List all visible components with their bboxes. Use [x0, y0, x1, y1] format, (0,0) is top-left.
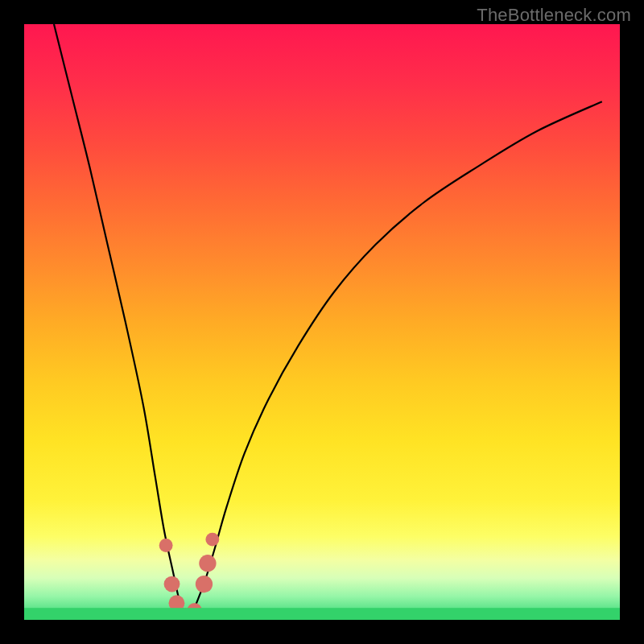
curve-marker — [199, 555, 216, 572]
curve-marker — [196, 576, 213, 592]
svg-rect-1 — [24, 608, 620, 620]
watermark-text: TheBottleneck.com — [477, 5, 631, 26]
chart-frame: TheBottleneck.com — [0, 0, 644, 644]
plot-area — [24, 24, 620, 620]
curve-marker — [205, 533, 219, 547]
bottleneck-curve — [24, 24, 620, 620]
curve-marker — [159, 539, 173, 552]
curve-marker — [164, 576, 180, 592]
